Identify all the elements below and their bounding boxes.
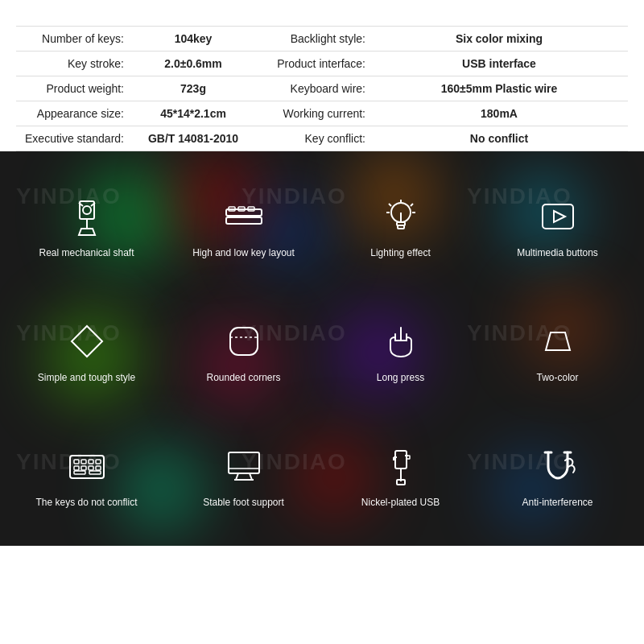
feature-item-rounded-corners: Rounded corners bbox=[165, 288, 322, 413]
stable-foot-icon bbox=[220, 442, 268, 490]
feature-label-rounded-corners: Rounded corners bbox=[206, 372, 280, 385]
spec-value: 160±5mm Plastic wire bbox=[370, 76, 628, 101]
svg-marker-21 bbox=[554, 211, 565, 222]
no-conflict-icon bbox=[63, 442, 111, 490]
feature-item-key-layout: High and low key layout bbox=[165, 163, 322, 288]
feature-item-two-color: Two-color bbox=[479, 288, 636, 413]
spec-value: 104key bbox=[129, 27, 258, 52]
spec-value: GB/T 14081-2010 bbox=[129, 126, 258, 151]
feature-item-tough-style: Simple and tough style bbox=[8, 288, 165, 413]
svg-rect-6 bbox=[226, 209, 262, 216]
spec-label: Keyboard wire: bbox=[258, 76, 370, 101]
svg-rect-27 bbox=[74, 460, 79, 464]
feature-label-tough-style: Simple and tough style bbox=[38, 372, 135, 385]
svg-rect-32 bbox=[81, 466, 86, 470]
feature-label-no-conflict: The keys do not conflict bbox=[35, 497, 137, 510]
feature-item-anti-interference: Anti-interference bbox=[479, 413, 636, 538]
feature-item-lighting-effect: Lighting effect bbox=[322, 163, 479, 288]
svg-rect-31 bbox=[74, 466, 79, 470]
nickel-usb-icon bbox=[377, 442, 425, 490]
svg-point-3 bbox=[83, 206, 91, 214]
rounded-corners-icon bbox=[220, 317, 268, 365]
tough-style-icon bbox=[63, 317, 111, 365]
svg-rect-20 bbox=[543, 204, 573, 229]
svg-rect-30 bbox=[96, 460, 101, 464]
spec-label: Number of keys: bbox=[16, 27, 129, 52]
svg-rect-37 bbox=[229, 452, 259, 473]
multimedia-icon bbox=[534, 192, 582, 241]
two-color-icon bbox=[534, 317, 582, 365]
spec-label: Executive standard: bbox=[16, 126, 129, 151]
feature-label-nickel-usb: Nickel-plated USB bbox=[361, 497, 440, 510]
spec-value: No conflict bbox=[370, 126, 628, 151]
feature-item-stable-foot: Stable foot support bbox=[165, 413, 322, 538]
svg-rect-18 bbox=[398, 225, 404, 229]
feature-label-long-press: Long press bbox=[377, 372, 424, 385]
feature-item-long-press: Long press bbox=[322, 288, 479, 413]
features-grid: Real mechanical shaftHigh and low key la… bbox=[0, 159, 644, 542]
key-layout-icon bbox=[220, 192, 268, 241]
feature-item-nickel-usb: Nickel-plated USB bbox=[322, 413, 479, 538]
svg-line-14 bbox=[389, 204, 391, 206]
feature-label-mechanical-shaft: Real mechanical shaft bbox=[39, 247, 134, 260]
svg-rect-36 bbox=[89, 471, 101, 474]
feature-label-anti-interference: Anti-interference bbox=[522, 497, 592, 510]
spec-label: Product interface: bbox=[258, 52, 370, 76]
spec-label: Key stroke: bbox=[16, 52, 129, 76]
svg-marker-25 bbox=[546, 332, 570, 350]
svg-rect-26 bbox=[70, 456, 104, 478]
feature-label-two-color: Two-color bbox=[536, 372, 578, 385]
feature-label-key-layout: High and low key layout bbox=[192, 247, 295, 260]
svg-rect-7 bbox=[226, 217, 262, 224]
svg-rect-34 bbox=[96, 466, 101, 470]
dark-section: YINDIAO YINDIAO YINDIAO YINDIAO YINDIAO … bbox=[0, 151, 644, 546]
svg-rect-28 bbox=[81, 460, 86, 464]
mechanical-shaft-icon bbox=[63, 192, 111, 241]
lighting-effect-icon bbox=[377, 192, 425, 241]
feature-label-stable-foot: Stable foot support bbox=[203, 497, 284, 510]
svg-rect-0 bbox=[80, 201, 94, 219]
specs-table: Number of keys: 104key Backlight style: … bbox=[16, 26, 628, 151]
svg-marker-2 bbox=[79, 229, 95, 235]
spec-label: Appearance size: bbox=[16, 101, 129, 126]
spec-value: 2.0±0.6mm bbox=[129, 52, 258, 76]
svg-marker-22 bbox=[72, 326, 102, 357]
svg-rect-46 bbox=[407, 456, 410, 459]
svg-rect-35 bbox=[74, 471, 85, 474]
svg-rect-23 bbox=[230, 328, 258, 355]
spec-value: 180mA bbox=[370, 101, 628, 126]
feature-label-lighting-effect: Lighting effect bbox=[370, 247, 431, 260]
svg-rect-42 bbox=[397, 480, 405, 485]
spec-value: 45*14*2.1cm bbox=[129, 101, 258, 126]
feature-item-no-conflict: The keys do not conflict bbox=[8, 413, 165, 538]
svg-line-13 bbox=[411, 204, 413, 206]
long-press-icon bbox=[377, 317, 425, 365]
spec-value: USB interface bbox=[370, 52, 628, 76]
top-section: Number of keys: 104key Backlight style: … bbox=[0, 0, 644, 151]
feature-label-multimedia: Multimedia buttons bbox=[517, 247, 598, 260]
spec-label: Working current: bbox=[258, 101, 370, 126]
feature-item-mechanical-shaft: Real mechanical shaft bbox=[8, 163, 165, 288]
spec-label: Product weight: bbox=[16, 76, 129, 101]
spec-label: Backlight style: bbox=[258, 27, 370, 52]
feature-item-multimedia: Multimedia buttons bbox=[479, 163, 636, 288]
spec-label: Key conflict: bbox=[258, 126, 370, 151]
anti-interference-icon bbox=[534, 442, 582, 490]
page-title bbox=[16, 8, 628, 26]
spec-value: Six color mixing bbox=[370, 27, 628, 52]
svg-rect-29 bbox=[89, 460, 93, 464]
svg-rect-40 bbox=[395, 451, 407, 469]
spec-value: 723g bbox=[129, 76, 258, 101]
svg-rect-33 bbox=[89, 466, 93, 470]
